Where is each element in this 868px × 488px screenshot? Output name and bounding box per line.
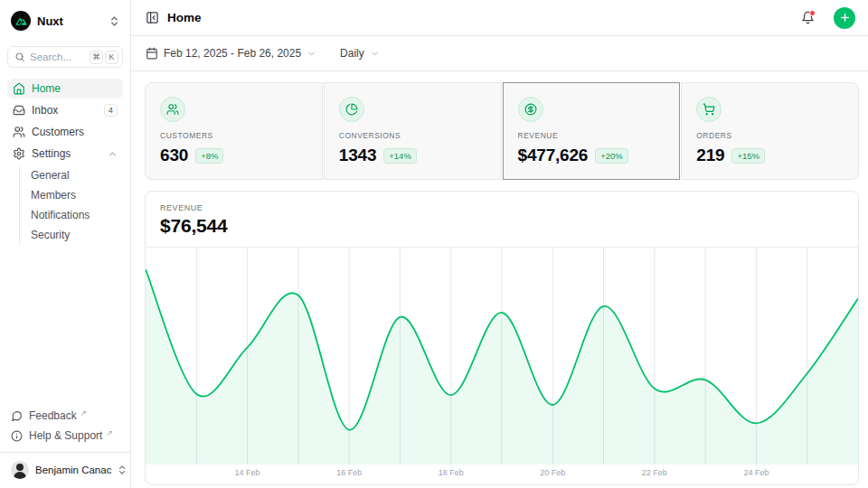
search-input[interactable]: Search... ⌘ K — [7, 46, 123, 68]
external-link-icon: ↗ — [80, 408, 87, 418]
chevron-up-down-icon — [109, 15, 119, 27]
user-menu[interactable]: Benjamin Canac — [7, 459, 123, 481]
sidebar: Nuxt Search... ⌘ K Home Inbox 4 — [0, 0, 131, 488]
x-axis-label: 16 Feb — [336, 468, 362, 477]
top-bar: Home — [131, 0, 868, 36]
stat-card-orders[interactable]: ORDERS 219 +15% — [681, 82, 859, 180]
stat-delta-badge: +14% — [383, 148, 417, 164]
search-shortcut: ⌘ K — [90, 51, 118, 64]
nuxt-logo-icon — [11, 11, 31, 31]
stats-row: CUSTOMERS 630 +8% CONVERSIONS 1343 +14% — [145, 82, 859, 180]
info-circle-icon — [11, 430, 23, 442]
main-area: Home Feb 12, 2025 - Feb 26, 2025 Daily — [131, 0, 868, 488]
sidebar-item-settings[interactable]: Settings — [7, 144, 123, 164]
external-link-icon: ↗ — [106, 428, 112, 437]
chevron-down-icon — [307, 49, 316, 59]
stat-value: 630 — [160, 145, 188, 165]
pie-chart-icon — [339, 97, 364, 122]
settings-subnav: General Members Notifications Security — [19, 165, 123, 245]
stat-delta-badge: +20% — [595, 148, 628, 164]
filters-bar: Feb 12, 2025 - Feb 26, 2025 Daily — [131, 36, 868, 71]
sidebar-item-feedback[interactable]: Feedback ↗ — [7, 406, 123, 426]
cart-icon — [696, 97, 722, 122]
chevron-down-icon — [370, 49, 380, 59]
users-icon — [13, 126, 25, 138]
inbox-icon — [13, 104, 25, 117]
inbox-count-badge: 4 — [104, 104, 118, 117]
sidebar-item-customers[interactable]: Customers — [7, 122, 123, 142]
sidebar-spacer — [7, 245, 123, 406]
stat-label: ORDERS — [696, 131, 844, 140]
add-button[interactable] — [834, 7, 855, 29]
stat-value: $477,626 — [518, 145, 589, 165]
kbd-k: K — [105, 51, 118, 64]
sidebar-item-home[interactable]: Home — [7, 79, 123, 99]
x-axis-label: 24 Feb — [743, 468, 769, 477]
search-placeholder: Search... — [30, 52, 85, 62]
chart-canvas[interactable] — [146, 248, 858, 465]
stat-label: CONVERSIONS — [339, 131, 486, 140]
workspace-switcher[interactable]: Nuxt — [7, 9, 123, 33]
dollar-circle-icon — [518, 97, 543, 122]
chart-kicker: REVENUE — [160, 203, 844, 212]
home-icon — [13, 82, 25, 95]
stat-delta-badge: +15% — [731, 148, 765, 164]
sidebar-item-general[interactable]: General — [31, 165, 123, 185]
sidebar-nav: Home Inbox 4 Customers Settings General … — [7, 79, 123, 245]
revenue-chart-card: REVENUE $76,544 14 Feb16 Feb18 Feb20 Feb… — [145, 191, 859, 485]
chat-bubble-icon — [11, 410, 23, 422]
x-axis-label: 20 Feb — [540, 468, 565, 477]
chevron-up-icon — [108, 149, 118, 159]
stat-value: 1343 — [339, 145, 377, 165]
page-title: Home — [167, 11, 793, 24]
stat-card-conversions[interactable]: CONVERSIONS 1343 +14% — [324, 82, 502, 180]
stat-label: CUSTOMERS — [160, 131, 307, 140]
chart-header: REVENUE $76,544 — [146, 192, 858, 248]
sidebar-item-members[interactable]: Members — [31, 185, 123, 205]
avatar — [11, 461, 29, 479]
content: CUSTOMERS 630 +8% CONVERSIONS 1343 +14% — [131, 71, 868, 488]
divider — [0, 452, 130, 453]
sidebar-item-notifications[interactable]: Notifications — [31, 205, 123, 225]
user-name: Benjamin Canac — [35, 465, 111, 475]
chart-headline-value: $76,544 — [160, 215, 844, 237]
users-icon — [160, 97, 185, 122]
stat-value: 219 — [696, 145, 724, 165]
stat-card-customers[interactable]: CUSTOMERS 630 +8% — [145, 82, 323, 180]
gear-icon — [13, 147, 25, 160]
notification-dot — [809, 10, 816, 16]
x-axis-label: 22 Feb — [642, 468, 667, 477]
stat-delta-badge: +8% — [195, 148, 223, 164]
revenue-area-chart[interactable] — [146, 248, 858, 465]
plus-icon — [839, 12, 851, 23]
date-range-picker[interactable]: Feb 12, 2025 - Feb 26, 2025 — [146, 47, 316, 60]
chevron-up-down-icon — [118, 465, 127, 475]
kbd-cmd: ⌘ — [90, 51, 103, 64]
notifications-button[interactable] — [801, 11, 815, 24]
x-axis-label: 18 Feb — [439, 468, 464, 477]
collapse-sidebar-button[interactable] — [146, 11, 159, 24]
stat-label: REVENUE — [518, 131, 665, 140]
x-axis-label: 14 Feb — [235, 468, 260, 477]
sidebar-item-security[interactable]: Security — [31, 225, 123, 245]
workspace-name: Nuxt — [37, 14, 103, 28]
chart-x-axis: 14 Feb16 Feb18 Feb20 Feb22 Feb24 Feb — [146, 465, 858, 484]
sidebar-item-help-support[interactable]: Help & Support ↗ — [7, 426, 123, 446]
stat-card-revenue[interactable]: REVENUE $477,626 +20% — [503, 82, 681, 180]
panel-left-close-icon — [146, 11, 159, 24]
search-icon — [14, 52, 25, 62]
sidebar-item-inbox[interactable]: Inbox 4 — [7, 100, 123, 120]
calendar-icon — [146, 47, 158, 60]
app-root: Nuxt Search... ⌘ K Home Inbox 4 — [0, 0, 868, 488]
interval-select[interactable]: Daily — [340, 47, 380, 60]
